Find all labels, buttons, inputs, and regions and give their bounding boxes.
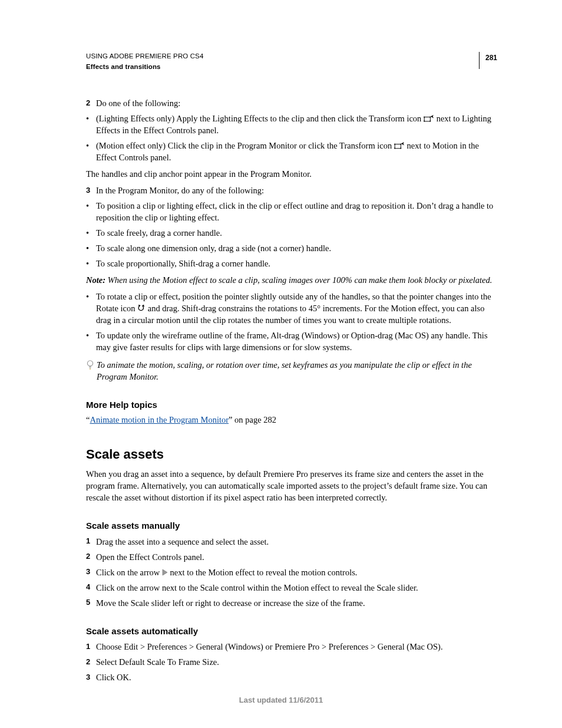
manual-step-5: 5 Move the Scale slider left or right to… [86,597,497,609]
step-number: 3 [86,566,96,578]
bullet-marker: • [86,242,96,254]
step-number: 2 [86,656,96,668]
step-number: 2 [86,97,96,109]
lightbulb-icon [86,359,97,383]
header-title: USING ADOBE PREMIERE PRO CS4 [86,52,203,61]
step-text: In the Program Monitor, do any of the fo… [96,185,264,196]
tip: To animate the motion, scaling, or rotat… [86,359,497,383]
svg-rect-9 [400,147,401,149]
step-number: 5 [86,597,96,609]
bullet-marker: • [86,291,96,326]
bullet-marker: • [86,140,96,163]
manual-step-3: 3 Click on the arrow next to the Motion … [86,566,497,578]
bullet-text: To position a clip or lighting effect, c… [96,200,497,223]
bullet-text: To scale along one dimension only, drag … [96,242,331,254]
bullet-position: • To position a clip or lighting effect,… [86,200,497,223]
bullet-scale-free: • To scale freely, drag a corner handle. [86,227,497,239]
page-header: USING ADOBE PREMIERE PRO CS4 Effects and… [86,52,497,71]
svg-rect-7 [400,144,401,145]
bullet-motion-effect: • (Motion effect only) Click the clip in… [86,140,497,163]
subheading-scale-manually: Scale assets manually [86,520,497,532]
header-left: USING ADOBE PREMIERE PRO CS4 Effects and… [86,52,203,71]
step-text: Drag the asset into a sequence and selec… [96,536,269,548]
auto-step-2: 2 Select Default Scale To Frame Size. [86,656,497,668]
disclosure-arrow-icon [162,567,168,574]
bullet-rotate: • To rotate a clip or effect, position t… [86,291,497,326]
bullet-scale-one-dim: • To scale along one dimension only, dra… [86,242,497,254]
transform-icon [394,141,405,149]
manual-step-1: 1 Drag the asset into a sequence and sel… [86,536,497,548]
step-text: Move the Scale slider left or right to d… [96,597,365,609]
bullet-lighting-effects: • (Lighting Effects only) Apply the Ligh… [86,113,497,136]
header-subtitle: Effects and transitions [86,62,203,72]
step-text: Do one of the following: [96,97,180,109]
step-number: 1 [86,641,96,653]
step-3: 3 In the Program Monitor, do any of the … [86,185,497,196]
paragraph-handles: The handles and clip anchor point appear… [86,168,497,180]
step-text: Click OK. [96,671,131,683]
link-animate-motion[interactable]: Animate motion in the Program Monitor [90,415,229,424]
step-text: Click on the arrow next to the Scale con… [96,582,418,594]
section-title-scale-assets: Scale assets [86,446,497,463]
step-number: 4 [86,582,96,594]
step-text: Select Default Scale To Frame Size. [96,656,219,668]
step-text: Choose Edit > Preferences > General (Win… [96,641,443,653]
rotate-icon [137,304,146,312]
tip-text: To animate the motion, scaling, or rotat… [97,359,497,383]
svg-rect-6 [394,144,395,145]
svg-point-11 [90,368,91,370]
svg-rect-4 [429,120,431,121]
more-help-line: “Animate motion in the Program Monitor” … [86,414,497,426]
bullet-text: To rotate a clip or effect, position the… [96,291,497,326]
svg-rect-1 [424,117,425,118]
svg-rect-8 [394,147,395,149]
note-body: When using the Motion effect to scale a … [105,275,492,285]
bullet-wireframe: • To update only the wireframe outline o… [86,330,497,353]
svg-point-10 [87,361,92,366]
step-number: 3 [86,185,96,196]
bullet-text: (Motion effect only) Click the clip in t… [96,140,497,163]
auto-step-3: 3 Click OK. [86,671,497,683]
manual-step-2: 2 Open the Effect Controls panel. [86,551,497,563]
svg-rect-5 [395,144,401,148]
document-page: USING ADOBE PREMIERE PRO CS4 Effects and… [0,0,562,728]
step-number: 2 [86,551,96,563]
manual-step-4: 4 Click on the arrow next to the Scale c… [86,582,497,594]
svg-rect-0 [424,117,430,121]
bullet-text: To scale freely, drag a corner handle. [96,227,222,239]
bullet-marker: • [86,227,96,239]
bullet-scale-proportional: • To scale proportionally, Shift-drag a … [86,258,497,269]
bullet-marker: • [86,200,96,223]
note: Note: When using the Motion effect to sc… [86,274,497,286]
auto-step-1: 1 Choose Edit > Preferences > General (W… [86,641,497,653]
bullet-marker: • [86,330,96,353]
bullet-text: To scale proportionally, Shift-drag a co… [96,258,270,269]
step-2: 2 Do one of the following: [86,97,497,109]
transform-icon [424,114,434,122]
svg-rect-3 [424,120,425,121]
step-text: Click on the arrow next to the Motion ef… [96,566,357,578]
step-text: Open the Effect Controls panel. [96,551,204,563]
page-number: 281 [479,52,497,69]
step-number: 1 [86,536,96,548]
step-number: 3 [86,671,96,683]
bullet-marker: • [86,113,96,136]
bullet-text: To update only the wireframe outline of … [96,330,497,353]
svg-rect-2 [429,117,431,118]
bullet-marker: • [86,258,96,269]
note-label: Note: [86,275,105,285]
subheading-scale-automatically: Scale assets automatically [86,625,497,638]
bullet-text: (Lighting Effects only) Apply the Lighti… [96,113,497,136]
section-intro: When you drag an asset into a sequence, … [86,468,497,503]
more-help-heading: More Help topics [86,399,497,411]
footer-last-updated: Last updated 11/6/2011 [0,695,562,706]
